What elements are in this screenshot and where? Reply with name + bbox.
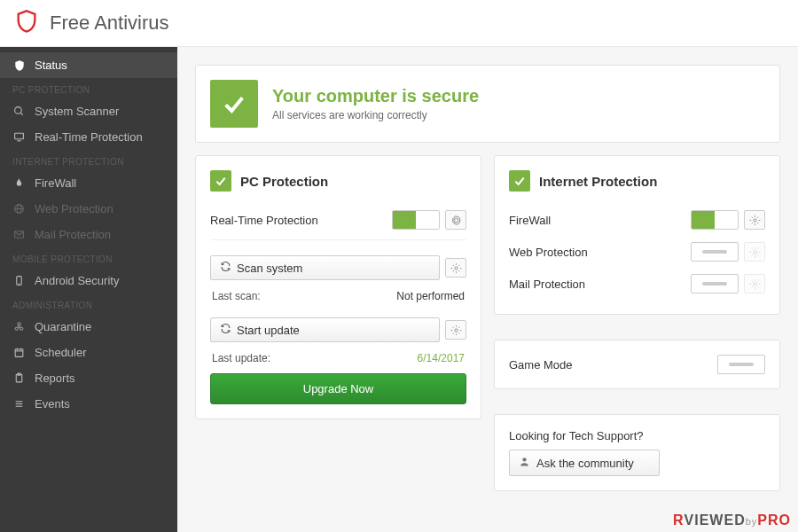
scan-system-button[interactable]: Scan system bbox=[210, 255, 440, 280]
sidebar-item-events[interactable]: Events bbox=[0, 391, 177, 417]
monitor-icon bbox=[12, 130, 26, 144]
support-card: Looking for Tech Support? Ask the commun… bbox=[494, 414, 780, 491]
svg-point-12 bbox=[15, 327, 18, 330]
sidebar-label: Reports bbox=[35, 372, 75, 385]
svg-point-10 bbox=[18, 325, 20, 327]
sidebar-label: Real-Time Protection bbox=[35, 130, 143, 144]
mail-settings-button[interactable] bbox=[744, 274, 765, 293]
sidebar-category: PC PROTECTION bbox=[0, 78, 177, 98]
shield-icon bbox=[12, 59, 26, 72]
sidebar-item-quarantine[interactable]: Quarantine bbox=[0, 314, 177, 340]
svg-point-27 bbox=[753, 282, 755, 285]
upgrade-button[interactable]: Upgrade Now bbox=[210, 373, 466, 404]
mail-icon bbox=[12, 228, 26, 241]
sidebar-item-firewall[interactable]: FireWall bbox=[0, 170, 177, 196]
web-protection-toggle[interactable] bbox=[691, 242, 739, 262]
biohazard-icon bbox=[12, 320, 26, 333]
sidebar-label: Scheduler bbox=[35, 346, 87, 359]
start-update-button[interactable]: Start update bbox=[210, 317, 440, 342]
svg-rect-14 bbox=[15, 349, 23, 357]
search-icon bbox=[12, 105, 26, 118]
flame-icon bbox=[12, 176, 26, 190]
sidebar-item-mail[interactable]: Mail Protection bbox=[0, 222, 177, 247]
last-scan-label: Last scan: bbox=[212, 290, 261, 302]
globe-icon bbox=[12, 202, 26, 215]
mobile-icon bbox=[12, 274, 26, 287]
svg-point-23 bbox=[454, 266, 457, 269]
refresh-icon bbox=[220, 323, 231, 337]
sidebar-label: System Scanner bbox=[35, 105, 119, 118]
game-mode-card: Game Mode bbox=[494, 340, 780, 389]
sidebar-category: ADMINISTRATION bbox=[0, 293, 177, 314]
status-card: Your computer is secure All services are… bbox=[195, 65, 780, 143]
sidebar-item-scheduler[interactable]: Scheduler bbox=[0, 340, 177, 365]
sidebar-category: INTERNET PROTECTION bbox=[0, 150, 177, 170]
sidebar-item-android[interactable]: Android Security bbox=[0, 268, 177, 293]
sidebar-item-reports[interactable]: Reports bbox=[0, 365, 177, 391]
firewall-settings-button[interactable] bbox=[744, 210, 765, 230]
status-title: Your computer is secure bbox=[272, 86, 479, 106]
firewall-label: FireWall bbox=[509, 214, 551, 227]
sidebar-item-web[interactable]: Web Protection bbox=[0, 196, 177, 222]
status-subtitle: All services are working correctly bbox=[272, 109, 479, 121]
svg-point-26 bbox=[753, 250, 755, 253]
update-settings-button[interactable] bbox=[445, 320, 466, 340]
web-protection-label: Web Protection bbox=[509, 246, 588, 259]
check-icon bbox=[210, 80, 258, 128]
pc-protection-card: PC Protection Real-Time Protection bbox=[195, 155, 481, 419]
firewall-toggle[interactable] bbox=[691, 210, 739, 230]
game-mode-toggle[interactable] bbox=[717, 355, 765, 374]
realtime-settings-button[interactable] bbox=[445, 210, 466, 230]
sidebar-label: Mail Protection bbox=[35, 228, 111, 241]
svg-point-24 bbox=[454, 328, 457, 331]
svg-point-0 bbox=[15, 107, 22, 114]
mail-protection-toggle[interactable] bbox=[691, 274, 739, 293]
sidebar-label: FireWall bbox=[35, 176, 76, 190]
svg-rect-2 bbox=[15, 133, 24, 139]
clipboard-icon bbox=[12, 372, 26, 385]
svg-point-13 bbox=[20, 327, 23, 330]
realtime-label: Real-Time Protection bbox=[210, 214, 318, 227]
last-update-label: Last update: bbox=[212, 352, 270, 364]
last-update-value: 6/14/2017 bbox=[418, 352, 465, 364]
check-icon bbox=[509, 170, 530, 192]
sidebar-item-status[interactable]: Status bbox=[0, 52, 177, 78]
calendar-icon bbox=[12, 346, 26, 359]
watermark: RVIEWEDbyPRO bbox=[673, 512, 791, 528]
sidebar-label: Status bbox=[35, 59, 67, 72]
svg-point-11 bbox=[18, 323, 20, 325]
sidebar-category: MOBILE PROTECTION bbox=[0, 247, 177, 268]
shield-logo-icon bbox=[14, 9, 39, 37]
sidebar-item-scanner[interactable]: System Scanner bbox=[0, 98, 177, 124]
sidebar: Status PC PROTECTION System Scanner Real… bbox=[0, 47, 177, 532]
realtime-toggle[interactable] bbox=[392, 210, 440, 230]
sidebar-label: Android Security bbox=[35, 274, 119, 287]
internet-protection-card: Internet Protection FireWall Web Protect… bbox=[494, 155, 780, 315]
svg-point-25 bbox=[753, 218, 755, 221]
web-settings-button[interactable] bbox=[744, 242, 765, 262]
scan-settings-button[interactable] bbox=[445, 258, 466, 278]
list-icon bbox=[12, 397, 26, 411]
refresh-icon bbox=[220, 261, 231, 275]
person-icon bbox=[519, 456, 530, 470]
sidebar-label: Events bbox=[35, 397, 70, 411]
mail-protection-label: Mail Protection bbox=[509, 278, 585, 291]
game-mode-label: Game Mode bbox=[509, 358, 573, 372]
app-title: Free Antivirus bbox=[50, 12, 169, 35]
svg-point-28 bbox=[522, 458, 526, 461]
ask-community-button[interactable]: Ask the community bbox=[509, 450, 660, 476]
sidebar-item-realtime[interactable]: Real-Time Protection bbox=[0, 124, 177, 150]
support-prompt: Looking for Tech Support? bbox=[509, 429, 765, 442]
section-heading: PC Protection bbox=[240, 174, 328, 189]
sidebar-label: Quarantine bbox=[35, 320, 91, 333]
svg-line-1 bbox=[20, 113, 23, 115]
last-scan-value: Not performed bbox=[396, 290, 465, 302]
header: Free Antivirus bbox=[0, 0, 798, 47]
check-icon bbox=[210, 170, 231, 192]
main-content: Your computer is secure All services are… bbox=[177, 47, 798, 532]
section-heading: Internet Protection bbox=[539, 174, 657, 189]
sidebar-label: Web Protection bbox=[35, 202, 113, 215]
